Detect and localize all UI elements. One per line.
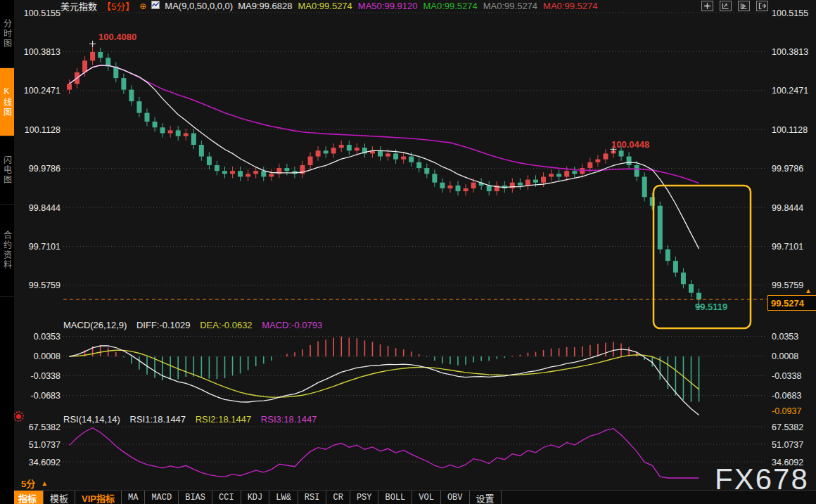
axis-label: 67.5382 bbox=[772, 422, 803, 432]
swing-high-annotation: 100.0448 bbox=[611, 139, 649, 150]
mini-chart-icon bbox=[151, 1, 160, 11]
axis-label: 0.0353 bbox=[34, 332, 60, 342]
footer-tab-KDJ[interactable]: KDJ bbox=[241, 491, 270, 504]
footer-tab-RSI[interactable]: RSI bbox=[298, 491, 327, 504]
sidebar-item-1[interactable]: 分时图 bbox=[0, 0, 14, 68]
axis-label: 99.5759 bbox=[29, 280, 60, 290]
footer-tab-模板[interactable]: 模板 bbox=[44, 491, 75, 504]
panel-expand-icon[interactable] bbox=[756, 1, 768, 11]
sidebar-item-2[interactable]: K线图 bbox=[0, 68, 14, 136]
axis-label: 67.5382 bbox=[29, 422, 60, 432]
sidebar-item-4[interactable]: 合约资料 bbox=[0, 205, 14, 297]
axis-label: 100.3813 bbox=[24, 47, 60, 57]
move-icon[interactable] bbox=[701, 1, 713, 11]
rsi1-value: RSI1:18.1447 bbox=[130, 414, 186, 425]
axis-label: 99.9786 bbox=[772, 164, 803, 174]
rsi3-value: RSI3:18.1447 bbox=[261, 414, 317, 425]
ma-values: MA9:99.6828MA0:99.5274MA50:99.9120MA0:99… bbox=[238, 1, 603, 11]
rsi2-value: RSI2:18.1447 bbox=[196, 414, 252, 425]
chart-canvas[interactable]: 100.5155100.5155100.3813100.3813100.2471… bbox=[0, 0, 816, 504]
ma-value-5: MA0:99.5274 bbox=[483, 1, 537, 11]
footer-tab-VIP指标[interactable]: VIP指标 bbox=[75, 491, 122, 504]
axis-zoom-icon[interactable] bbox=[720, 1, 732, 11]
axis-label: 0.0008 bbox=[34, 351, 60, 361]
footer-tab-PSY[interactable]: PSY bbox=[350, 491, 379, 504]
axis-label: 100.1128 bbox=[25, 125, 60, 135]
footer-tab-LW&[interactable]: LW& bbox=[269, 491, 298, 504]
macd-diff-value: DIFF:-0.1029 bbox=[136, 320, 191, 330]
rsi-title[interactable]: RSI(14,14,14) bbox=[63, 414, 120, 425]
footer-tab-BOLL[interactable]: BOLL bbox=[378, 491, 412, 504]
rsi-header: RSI(14,14,14) RSI1:18.1447 RSI2:18.1447 … bbox=[63, 414, 324, 425]
footer-tab-MACD[interactable]: MACD bbox=[145, 491, 179, 504]
axis-label: 100.2471 bbox=[772, 86, 808, 96]
axis-label: 99.5759 bbox=[772, 280, 803, 290]
axis-label: 0.0353 bbox=[772, 332, 798, 342]
low-annotation: 99.5119 bbox=[695, 302, 727, 312]
footer-period-label[interactable]: 5分 bbox=[21, 477, 35, 490]
add-overlay-icon[interactable]: ⊕ bbox=[139, 1, 146, 11]
footer-period-row: 5分 ▲ bbox=[14, 477, 816, 490]
axis-label: 51.0737 bbox=[29, 440, 60, 450]
axis-label: -0.0338 bbox=[31, 371, 60, 381]
footer-tab-MA[interactable]: MA bbox=[122, 491, 145, 504]
footer-tab-设置[interactable]: 设置 bbox=[470, 491, 502, 504]
axis-label: 0.0008 bbox=[772, 351, 798, 361]
footer-tab-CCI[interactable]: CCI bbox=[212, 491, 241, 504]
alert-dot-icon[interactable] bbox=[16, 414, 21, 419]
footer-tab-VOL[interactable]: VOL bbox=[412, 491, 441, 504]
top-header: 美元指数 【5分】 ⊕ MA(9,0,50,0,0,0) MA9:99.6828… bbox=[14, 0, 768, 12]
axis-label: 51.0737 bbox=[772, 440, 803, 450]
ma-value-3: MA50:99.9120 bbox=[358, 1, 418, 11]
footer-tab-指标[interactable]: 指标 bbox=[12, 491, 44, 504]
axis-label: 34.6092 bbox=[29, 458, 60, 467]
current-price-tag: 99.5274 bbox=[767, 295, 816, 311]
axis-label: 99.8444 bbox=[29, 203, 60, 213]
axis-label: 100.2471 bbox=[24, 86, 60, 96]
symbol-title: 美元指数 bbox=[60, 0, 97, 13]
footer-indicator-tabs: 指标模板VIP指标MAMACDBIASCCIKDJLW&RSICRPSYBOLL… bbox=[12, 490, 816, 504]
ma-value-1: MA9:99.6828 bbox=[238, 1, 292, 11]
axis-label: 100.1128 bbox=[772, 125, 808, 135]
axis-label: 100.3813 bbox=[772, 47, 808, 57]
footer-tab-BIAS[interactable]: BIAS bbox=[179, 491, 212, 504]
footer-tab-OBV[interactable]: OBV bbox=[441, 491, 470, 504]
sidebar-item-3[interactable]: 闪电图 bbox=[0, 136, 14, 205]
axis-label: 99.9786 bbox=[29, 164, 60, 174]
high-annotation: 100.4080 bbox=[98, 32, 136, 42]
price-alert-icon[interactable]: ▲ bbox=[805, 287, 812, 295]
axis-label: 99.7101 bbox=[29, 242, 60, 252]
ma-config-label: MA(9,0,50,0,0,0) bbox=[165, 1, 233, 11]
macd-title[interactable]: MACD(26,12,9) bbox=[63, 320, 127, 330]
macd-header: MACD(26,12,9) DIFF:-0.1029 DEA:-0.0632 M… bbox=[63, 320, 329, 330]
app-root: 100.5155100.5155100.3813100.3813100.2471… bbox=[0, 0, 816, 504]
sidebar: 分时图K线图闪电图合约资料 bbox=[0, 0, 14, 504]
extreme-cross-marker bbox=[89, 41, 96, 47]
dea-line bbox=[70, 350, 699, 397]
period-up-arrow-icon[interactable]: ▲ bbox=[41, 479, 48, 487]
axis-label: 100.5155 bbox=[772, 8, 808, 18]
axis-label: -0.0683 bbox=[772, 391, 801, 401]
candlestick-layer bbox=[67, 44, 701, 304]
macd-dea-value: DEA:-0.0632 bbox=[200, 320, 252, 330]
ma50-line bbox=[70, 65, 699, 183]
macd-histogram bbox=[70, 337, 699, 402]
ma-value-6: MA0:99.5274 bbox=[543, 1, 597, 11]
axis-label: -0.0937 bbox=[772, 406, 801, 416]
axis-label: 99.8444 bbox=[772, 203, 803, 213]
ma-value-2: MA0:99.5274 bbox=[298, 1, 352, 11]
axis-mark-icon[interactable] bbox=[738, 1, 750, 11]
axis-label: -0.0338 bbox=[772, 371, 801, 381]
ma-value-4: MA0:99.5274 bbox=[423, 1, 477, 11]
period-label[interactable]: 【5分】 bbox=[102, 0, 134, 13]
footer-tab-CR[interactable]: CR bbox=[326, 491, 350, 504]
axis-label: 99.7101 bbox=[772, 242, 803, 252]
axis-label: -0.0683 bbox=[31, 391, 60, 401]
rsi-line bbox=[70, 428, 699, 478]
macd-macd-value: MACD:-0.0793 bbox=[262, 320, 322, 330]
